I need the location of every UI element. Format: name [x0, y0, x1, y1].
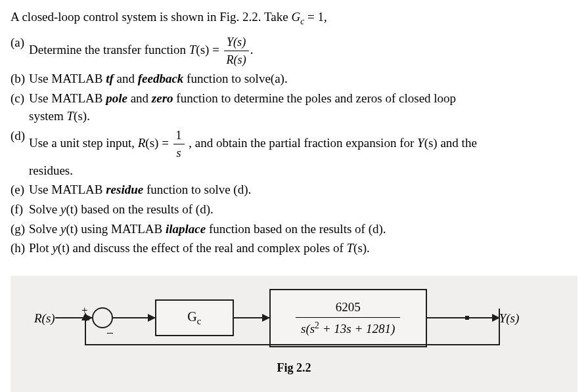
kw-ilaplace: ilaplace: [166, 222, 206, 236]
part-label: (b): [11, 70, 25, 88]
part-text: Determine the transfer function: [29, 43, 189, 56]
part-text: Solve: [29, 222, 60, 236]
part-label: (h): [11, 239, 25, 257]
part-text2: and discuss the effect of the real and c…: [70, 241, 347, 255]
eq-sign: =: [158, 136, 171, 150]
part-d-line2: residues.: [29, 162, 577, 180]
eq-sign: =: [209, 43, 222, 56]
block-diagram: R(s) + − Gc 6205 s(s2 + 13s + 1281): [11, 276, 577, 392]
part-label: (a): [11, 33, 24, 52]
part-c-line2: system T(s).: [29, 107, 577, 125]
part-text4: residues.: [29, 163, 73, 177]
arg-s: (s).: [353, 241, 370, 255]
part-c: (c) Use MATLAB pole and zero function to…: [29, 89, 577, 125]
gc-symbol: Gc: [187, 307, 201, 328]
intro-eq: = 1,: [304, 10, 327, 24]
part-b: (b) Use MATLAB tf and feedback function …: [29, 70, 577, 88]
minus-sign: −: [106, 324, 114, 343]
fraction: 1s: [173, 127, 185, 162]
part-text: Plot: [29, 241, 52, 255]
sym-Y: Y: [417, 136, 424, 150]
plant-num: 6205: [296, 297, 400, 318]
input-label: R(s): [34, 309, 55, 328]
sym-R: R: [138, 136, 146, 150]
arg-t: (t): [66, 222, 78, 236]
frac-num: 1: [173, 127, 185, 144]
part-text3: function based on the results of (d).: [206, 222, 386, 236]
and-text: and: [127, 91, 152, 105]
frac-num: Y(s): [224, 33, 249, 51]
part-text: Use MATLAB: [29, 91, 106, 105]
comma: ,: [186, 136, 195, 150]
problem-parts: (a) Determine the transfer function T(s)…: [11, 33, 577, 257]
part-label: (f): [11, 200, 23, 219]
sym-T: T: [189, 43, 196, 56]
fraction: Y(s)R(s): [224, 33, 249, 68]
part-label: (g): [11, 220, 25, 238]
part-text2: function to determine the poles and zero…: [173, 91, 457, 105]
arg-s: (s): [196, 43, 209, 56]
part-g: (g) Solve y(t) using MATLAB ilaplace fun…: [29, 220, 577, 238]
sym-T: T: [346, 241, 353, 255]
feedback-line-vert-left: [85, 319, 86, 345]
arrow-segment: [113, 317, 155, 318]
part-text: Use MATLAB: [29, 183, 106, 196]
part-text2: based on the results of (d).: [78, 202, 213, 216]
arrow-head-up-icon: [81, 313, 89, 320]
part-text: Use MATLAB: [29, 72, 106, 85]
part-label: (e): [11, 181, 24, 199]
part-f: (f) Solve y(t) based on the results of (…: [29, 200, 577, 219]
problem-intro: A closed-loop control system is shown in…: [11, 8, 577, 28]
feedback-line-horiz: [85, 344, 500, 345]
kw-zero: zero: [152, 91, 173, 105]
part-a: (a) Determine the transfer function T(s)…: [29, 33, 577, 68]
plant-block: 6205 s(s2 + 13s + 1281): [269, 289, 427, 347]
frac-den: s: [173, 144, 185, 162]
kw-tf: tf: [106, 72, 114, 85]
period: .: [250, 43, 254, 56]
arg-t: (t): [58, 241, 70, 255]
gc-symbol: G: [291, 10, 300, 24]
kw-residue: residue: [106, 183, 143, 196]
part-text2: function to solve (d).: [143, 183, 251, 196]
plant-den: s(s2 + 13s + 1281): [296, 317, 400, 339]
controller-block: Gc: [155, 299, 234, 336]
frac-den: R(s): [224, 51, 249, 68]
arrow-segment: [234, 317, 269, 318]
block-diagram-row: R(s) + − Gc 6205 s(s2 + 13s + 1281): [34, 289, 554, 347]
output-label: Y(s): [499, 309, 520, 328]
feedback-tap: [466, 317, 468, 318]
plant-transfer-function: 6205 s(s2 + 13s + 1281): [296, 297, 400, 339]
part-d: (d) Use a unit step input, R(s) = 1s , a…: [29, 127, 577, 180]
sym-y: y: [52, 241, 57, 255]
part-text2: using MATLAB: [78, 222, 166, 236]
kw-pole: pole: [106, 91, 127, 105]
part-h: (h) Plot y(t) and discuss the effect of …: [29, 239, 577, 257]
part-text: Solve: [29, 202, 60, 216]
arg-s: (s).: [74, 109, 90, 123]
part-text: Use a unit step input,: [29, 136, 138, 150]
arg-s2: (s): [424, 136, 438, 150]
and-text: and: [114, 72, 138, 85]
summing-junction: −: [92, 307, 113, 328]
part-text2: and obtain the partial fraction expansio…: [195, 136, 417, 150]
feedback-line-vert-right: [499, 309, 500, 344]
sym-T: T: [67, 109, 74, 123]
part-text2: function to solve(a).: [183, 72, 287, 85]
part-label: (c): [11, 89, 24, 108]
part-text3: system: [29, 109, 67, 123]
arg-t: (t): [66, 202, 78, 216]
part-label: (d): [11, 127, 25, 145]
part-e: (e) Use MATLAB residue function to solve…: [29, 181, 577, 199]
part-text3: and the: [438, 136, 477, 150]
figure-caption: Fig 2.2: [34, 359, 554, 376]
arrow-segment: [427, 317, 499, 318]
arg-s: (s): [145, 136, 158, 150]
intro-text: A closed-loop control system is shown in…: [11, 10, 291, 24]
kw-feedback: feedback: [138, 72, 184, 85]
